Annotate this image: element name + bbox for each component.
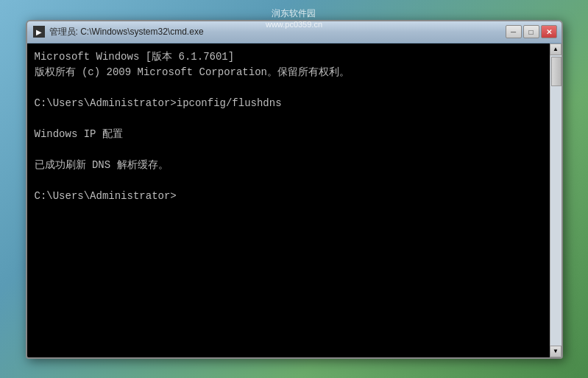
terminal-line <box>35 142 542 158</box>
close-button[interactable]: ✕ <box>541 25 557 38</box>
window-icon: ▶ <box>33 26 45 38</box>
window-controls: ─ □ ✕ <box>506 25 557 38</box>
terminal-line <box>35 80 542 96</box>
cmd-window: ▶ 管理员: C:\Windows\system32\cmd.exe ─ □ ✕… <box>26 20 563 359</box>
terminal-line <box>35 173 542 189</box>
minimize-button[interactable]: ─ <box>506 25 522 38</box>
terminal-line: 版权所有 (c) 2009 Microsoft Corporation。保留所有… <box>35 65 542 80</box>
terminal-line <box>35 111 542 127</box>
scrollbar[interactable]: ▲ ▼ <box>550 43 562 357</box>
restore-button[interactable]: □ <box>523 25 539 38</box>
scroll-thumb[interactable] <box>551 57 562 86</box>
window-title: 管理员: C:\Windows\system32\cmd.exe <box>49 26 204 38</box>
terminal-line: Windows IP 配置 <box>35 127 542 142</box>
terminal-line: 已成功刷新 DNS 解析缓存。 <box>35 158 542 173</box>
scroll-up-button[interactable]: ▲ <box>550 43 562 55</box>
scroll-track <box>550 55 562 346</box>
terminal-line: C:\Users\Administrator>ipconfig/flushdns <box>35 96 542 111</box>
title-bar: ▶ 管理员: C:\Windows\system32\cmd.exe ─ □ ✕ <box>27 21 562 43</box>
watermark-line1: 润东软件园 <box>266 7 322 20</box>
terminal-line: Microsoft Windows [版本 6.1.7601] <box>35 49 542 65</box>
terminal-line: C:\Users\Administrator> <box>35 189 542 204</box>
title-bar-left: ▶ 管理员: C:\Windows\system32\cmd.exe <box>33 26 204 38</box>
terminal-output[interactable]: Microsoft Windows [版本 6.1.7601]版权所有 (c) … <box>27 43 550 357</box>
scroll-down-button[interactable]: ▼ <box>550 346 562 357</box>
content-area: Microsoft Windows [版本 6.1.7601]版权所有 (c) … <box>27 43 562 357</box>
